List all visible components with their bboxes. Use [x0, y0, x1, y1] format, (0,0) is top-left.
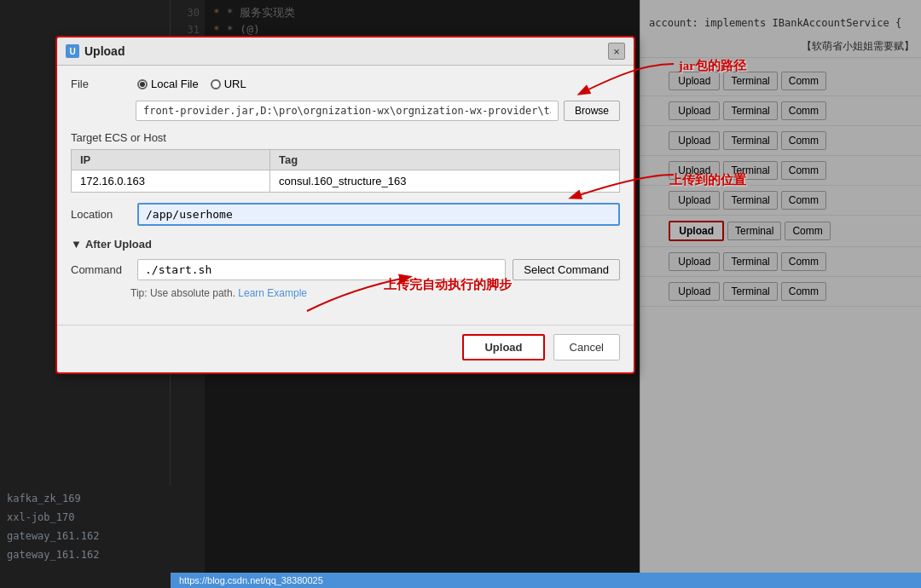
local-file-radio-dot — [137, 79, 148, 89]
after-upload-label: After Upload — [85, 238, 152, 251]
target-table: IP Tag 172.16.0.163 consul.160_structure… — [71, 149, 620, 193]
url-radio[interactable]: URL — [211, 78, 246, 90]
tag-column-header: Tag — [269, 150, 619, 170]
dialog-title: Upload — [84, 44, 125, 58]
bottom-url-bar: https://blog.csdn.net/qq_38380025 — [171, 573, 921, 588]
learn-example-link[interactable]: Learn Example — [238, 287, 307, 299]
toggle-arrow: ▼ — [71, 238, 82, 251]
target-row: 172.16.0.163 consul.160_structure_163 — [72, 170, 620, 193]
dialog-body: File Local File URL Browse Target ECS or… — [57, 66, 634, 320]
target-ip: 172.16.0.163 — [72, 170, 270, 193]
file-type-group: Local File URL — [137, 78, 246, 90]
file-path-row: Browse — [71, 101, 620, 121]
close-button[interactable]: × — [608, 43, 625, 60]
ip-column-header: IP — [72, 150, 270, 170]
location-input[interactable] — [137, 203, 620, 226]
upload-dialog: U Upload × File Local File URL — [55, 36, 635, 374]
url-radio-dot — [211, 79, 221, 89]
after-upload-toggle[interactable]: ▼ After Upload — [71, 238, 620, 251]
tip-row: Tip: Use absolute path. Learn Example — [71, 287, 620, 299]
command-row: Command Select Command — [71, 259, 620, 280]
dialog-title-area: U Upload — [66, 44, 125, 58]
select-command-button[interactable]: Select Command — [513, 259, 620, 280]
cancel-button[interactable]: Cancel — [553, 334, 620, 360]
auto-run-annotation: 上传完自动执行的脚步 — [384, 277, 512, 293]
file-label: File — [71, 78, 130, 90]
local-file-radio[interactable]: Local File — [137, 78, 199, 90]
target-tag: consul.160_structure_163 — [269, 170, 619, 193]
file-path-input[interactable] — [136, 101, 559, 121]
dialog-footer: Upload Cancel — [57, 325, 634, 372]
browse-button[interactable]: Browse — [564, 101, 620, 121]
jar-path-annotation: jar包的路径 — [679, 58, 746, 74]
dialog-titlebar: U Upload × — [57, 37, 634, 66]
upload-button[interactable]: Upload — [462, 334, 544, 360]
command-label: Command — [71, 263, 130, 276]
dialog-icon: U — [66, 44, 79, 58]
location-label: Location — [71, 208, 130, 221]
target-section-label: Target ECS or Host — [71, 131, 620, 144]
file-row: File Local File URL — [71, 78, 620, 90]
after-upload-section: ▼ After Upload Command Select Command Ti… — [71, 238, 620, 299]
upload-location-annotation: 上传到的位置 — [669, 172, 746, 188]
location-row: Location — [71, 203, 620, 226]
